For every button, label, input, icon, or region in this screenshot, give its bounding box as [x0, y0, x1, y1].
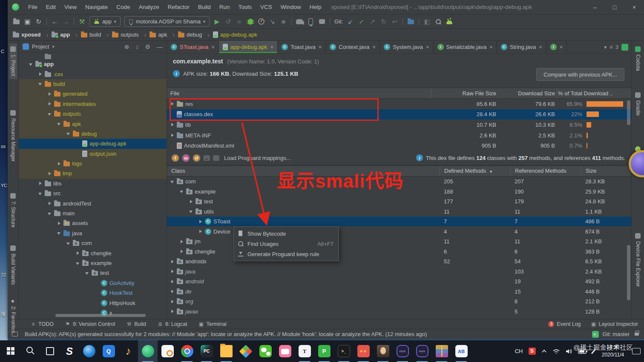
- dex-tree-row[interactable]: SToast 7 7 486 B: [167, 217, 631, 227]
- vertical-scrollbar[interactable]: [627, 100, 630, 125]
- codota-icon[interactable]: [621, 44, 628, 51]
- project-structure-icon[interactable]: [405, 17, 416, 27]
- expander-icon[interactable]: [170, 144, 175, 148]
- expander-icon[interactable]: [38, 82, 43, 86]
- expander-icon[interactable]: [38, 191, 43, 196]
- stripe-tab-device-file-explorer[interactable]: Device File Explorer: [634, 230, 642, 290]
- window-control-button[interactable]: ×: [624, 0, 644, 14]
- gear-icon[interactable]: ⚙: [145, 43, 150, 50]
- app-blue-circle[interactable]: [79, 340, 99, 362]
- menu-item[interactable]: Help: [306, 3, 325, 11]
- expander-icon[interactable]: [48, 211, 52, 216]
- save-all-icon[interactable]: ▣: [22, 17, 33, 27]
- start-button[interactable]: [1, 340, 20, 362]
- expander-icon[interactable]: [170, 279, 175, 284]
- chevron-down-icon[interactable]: ▾: [52, 44, 54, 49]
- dex-tree-row[interactable]: android 19 492 B: [167, 276, 631, 287]
- app-music[interactable]: ♪: [118, 340, 138, 362]
- editor-tab[interactable]: Context.java ×: [326, 41, 380, 53]
- column-header-defined-methods[interactable]: Defined Methods▲: [440, 166, 510, 176]
- expander-icon[interactable]: [48, 112, 52, 116]
- column-header-class[interactable]: Class: [167, 166, 440, 176]
- app-doc-search[interactable]: [158, 340, 177, 362]
- compare-apk-button[interactable]: Compare with previous APK...: [536, 68, 624, 81]
- expander-icon[interactable]: [189, 200, 193, 204]
- winrar[interactable]: [432, 340, 451, 362]
- breadcrumb-item[interactable]: apk ›: [150, 31, 178, 38]
- close-icon[interactable]: ×: [270, 44, 274, 50]
- stripe-tab-build-variants[interactable]: Build Variants: [9, 242, 17, 288]
- app-diamond[interactable]: [236, 340, 256, 362]
- menu-item[interactable]: Edit: [42, 3, 60, 11]
- tree-item[interactable]: build: [19, 79, 167, 89]
- expander-icon[interactable]: [57, 162, 61, 166]
- menu-item[interactable]: Build: [194, 3, 215, 11]
- dex-tree-row[interactable]: example 188 190 25.9 KB: [167, 186, 631, 197]
- tree-item[interactable]: GoActivity: [19, 278, 167, 288]
- git-branch-widget[interactable]: Git: master: [602, 331, 630, 337]
- app-dict[interactable]: Q: [99, 340, 118, 362]
- hide-panel-icon[interactable]: —: [157, 43, 163, 50]
- app-picgo[interactable]: P: [314, 340, 334, 362]
- close-icon[interactable]: ×: [211, 44, 215, 50]
- column-header-raw-size[interactable]: Raw File Size: [431, 88, 501, 98]
- breadcrumb-item[interactable]: app ›: [52, 31, 81, 38]
- menu-item[interactable]: File: [24, 3, 41, 11]
- sync-icon[interactable]: ↻: [33, 17, 44, 27]
- apply-changes-icon[interactable]: ↺: [223, 17, 233, 27]
- breadcrumb-item[interactable]: xposed ›: [13, 31, 52, 38]
- menu-item-generate-proguard[interactable]: Generate Proguard keep rule: [234, 249, 339, 259]
- android-studio[interactable]: [138, 340, 158, 362]
- load-proguard-link[interactable]: Load Proguard mappings...: [224, 155, 291, 161]
- window-control-button[interactable]: –: [585, 0, 605, 14]
- expander-icon[interactable]: [95, 291, 99, 295]
- expander-icon[interactable]: [170, 102, 175, 106]
- expander-icon[interactable]: [57, 122, 61, 126]
- touch-keyboard-icon[interactable]: [632, 348, 641, 354]
- editor-tab[interactable]: Toast.java ×: [278, 41, 326, 53]
- expander-icon[interactable]: [95, 281, 99, 285]
- expander-icon[interactable]: [95, 301, 99, 305]
- device-manager-icon[interactable]: [305, 17, 316, 27]
- toolwindow-version-control[interactable]: ⚑ 9: Version Control: [65, 321, 115, 327]
- tree-item[interactable]: intermediates: [19, 99, 167, 109]
- menu-item[interactable]: Run: [216, 3, 234, 11]
- breadcrumb-item[interactable]: app-debug.apk ›: [213, 31, 257, 38]
- dex-tree-row[interactable]: java 103 2.4 KB: [167, 266, 631, 276]
- expander-icon[interactable]: [48, 171, 52, 176]
- tree-item[interactable]: tmp: [19, 168, 167, 178]
- proguard-usage-icon[interactable]: [204, 155, 210, 161]
- back-icon[interactable]: ←: [49, 17, 60, 27]
- referenced-toggle[interactable]: rf: [193, 154, 201, 162]
- stripe-tab-structure[interactable]: 7: Structure: [9, 190, 17, 231]
- tree-item[interactable]: src: [19, 188, 167, 198]
- dex-tree-row[interactable]: javax 5 128 B: [167, 306, 631, 316]
- status-message[interactable]: Build APK(s): APK(s) generated successfu…: [25, 331, 585, 337]
- breadcrumb-item[interactable]: debug ›: [178, 31, 213, 38]
- expander-icon[interactable]: [85, 271, 89, 275]
- tree-item[interactable]: java: [19, 228, 167, 238]
- build-hammer-icon[interactable]: ⚒: [77, 17, 87, 27]
- toolbar-button[interactable]: [419, 18, 419, 25]
- app-cards[interactable]: ++: [354, 340, 373, 362]
- expander-icon[interactable]: [170, 299, 175, 304]
- stripe-tab-project[interactable]: 1: Project: [9, 43, 17, 79]
- toolbar-button[interactable]: [74, 18, 74, 25]
- menu-item[interactable]: Navigate: [81, 3, 112, 11]
- git-history-icon[interactable]: ↻: [378, 17, 389, 27]
- tree-item[interactable]: app: [19, 59, 167, 69]
- tree-item[interactable]: com: [19, 238, 167, 248]
- chrome[interactable]: [177, 340, 197, 362]
- app-portrait[interactable]: [373, 340, 393, 362]
- sync-gradle-icon[interactable]: [294, 17, 305, 27]
- toolbar-button[interactable]: [291, 18, 292, 25]
- typora[interactable]: T: [295, 340, 314, 362]
- menu-item[interactable]: Code: [112, 3, 134, 11]
- column-header-percent[interactable]: % of Total Download ..: [557, 88, 631, 98]
- tree-item[interactable]: apk: [19, 119, 167, 128]
- menu-item[interactable]: Refactor: [164, 3, 193, 11]
- git-rollback-icon[interactable]: ↩: [389, 17, 400, 27]
- tree-item[interactable]: assets: [19, 218, 167, 228]
- stop-icon[interactable]: ■: [278, 17, 289, 27]
- tree-item[interactable]: logs: [19, 159, 167, 168]
